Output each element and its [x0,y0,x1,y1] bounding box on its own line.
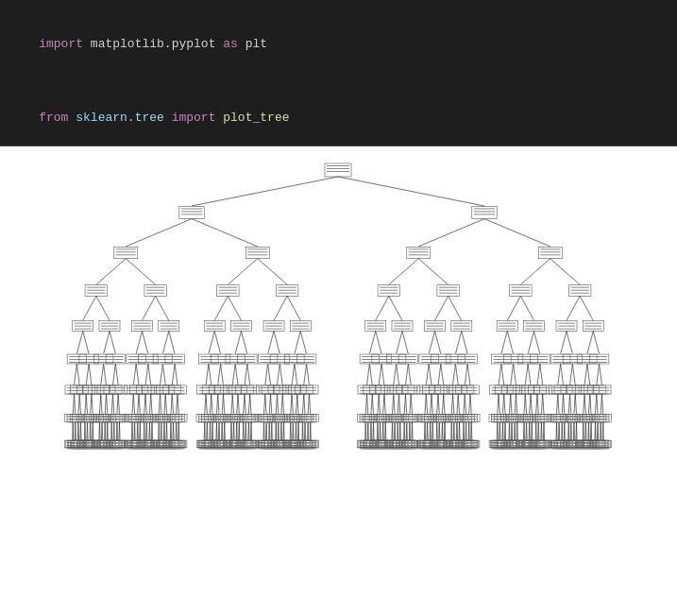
code-line-2: from sklearn.tree import plot_tree [9,81,668,155]
code-editor: import matplotlib.pyplot as plt from skl… [0,0,677,146]
code-line-1: import matplotlib.pyplot as plt [9,8,668,81]
keyword-import: import [39,37,83,51]
decision-tree-canvas [0,146,677,616]
keyword-from: from [39,111,68,125]
tree-visualization [0,146,677,616]
